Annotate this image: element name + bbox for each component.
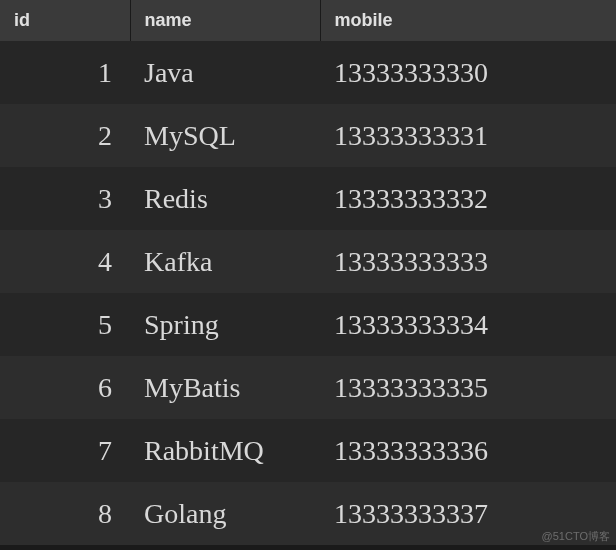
cell-mobile: 13333333332 bbox=[320, 167, 616, 230]
cell-id: 3 bbox=[0, 167, 130, 230]
cell-id: 7 bbox=[0, 419, 130, 482]
cell-id: 5 bbox=[0, 293, 130, 356]
cell-name: Golang bbox=[130, 482, 320, 545]
cell-id: 6 bbox=[0, 356, 130, 419]
cell-id: 8 bbox=[0, 482, 130, 545]
cell-name: Redis bbox=[130, 167, 320, 230]
cell-id: 1 bbox=[0, 41, 130, 104]
column-header-mobile[interactable]: mobile bbox=[320, 0, 616, 41]
table-row[interactable]: 7 RabbitMQ 13333333336 bbox=[0, 419, 616, 482]
cell-mobile: 13333333331 bbox=[320, 104, 616, 167]
cell-name: Java bbox=[130, 41, 320, 104]
table-row[interactable]: 8 Golang 13333333337 bbox=[0, 482, 616, 545]
cell-mobile: 13333333330 bbox=[320, 41, 616, 104]
cell-name: Kafka bbox=[130, 230, 320, 293]
cell-mobile: 13333333336 bbox=[320, 419, 616, 482]
cell-name: Spring bbox=[130, 293, 320, 356]
table-row[interactable]: 3 Redis 13333333332 bbox=[0, 167, 616, 230]
cell-mobile: 13333333333 bbox=[320, 230, 616, 293]
cell-mobile: 13333333334 bbox=[320, 293, 616, 356]
cell-id: 4 bbox=[0, 230, 130, 293]
watermark: @51CTO博客 bbox=[542, 529, 610, 544]
cell-name: MySQL bbox=[130, 104, 320, 167]
cell-name: MyBatis bbox=[130, 356, 320, 419]
cell-name: RabbitMQ bbox=[130, 419, 320, 482]
table-row[interactable]: 5 Spring 13333333334 bbox=[0, 293, 616, 356]
table-row[interactable]: 4 Kafka 13333333333 bbox=[0, 230, 616, 293]
cell-mobile: 13333333335 bbox=[320, 356, 616, 419]
column-header-id[interactable]: id bbox=[0, 0, 130, 41]
table-row[interactable]: 2 MySQL 13333333331 bbox=[0, 104, 616, 167]
table-row[interactable]: 6 MyBatis 13333333335 bbox=[0, 356, 616, 419]
column-header-name[interactable]: name bbox=[130, 0, 320, 41]
table-header-row: id name mobile bbox=[0, 0, 616, 41]
table-row[interactable]: 1 Java 13333333330 bbox=[0, 41, 616, 104]
data-table: id name mobile 1 Java 13333333330 2 MySQ… bbox=[0, 0, 616, 545]
cell-id: 2 bbox=[0, 104, 130, 167]
